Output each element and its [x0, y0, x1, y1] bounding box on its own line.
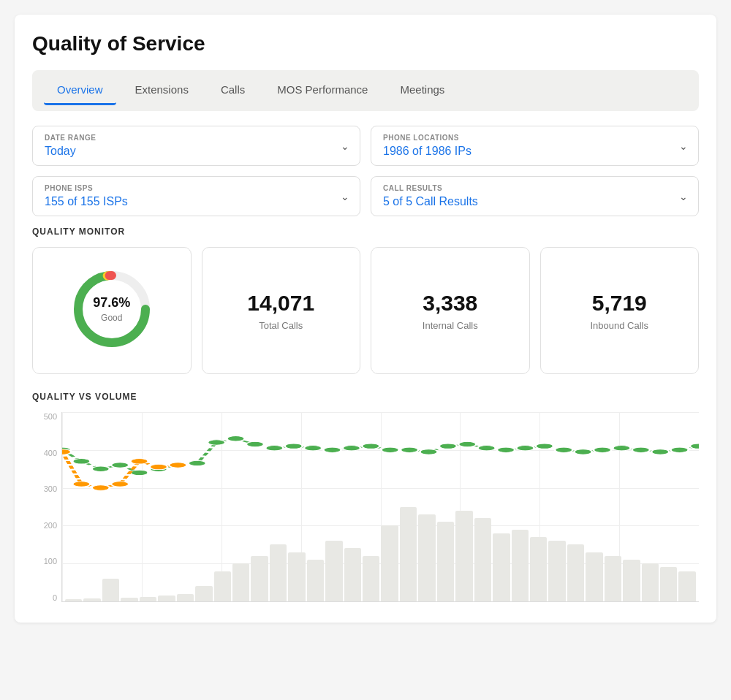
svg-point-13	[227, 436, 244, 441]
svg-point-47	[92, 485, 110, 490]
tab-meetings[interactable]: Meetings	[387, 76, 458, 105]
filters-row-2: PHONE ISPS 155 of 155 ISPs ⌄ CALL RESULT…	[32, 176, 699, 216]
svg-point-18	[323, 447, 341, 452]
donut-label: Good	[101, 313, 122, 323]
line-chart-svg	[62, 412, 699, 601]
call-results-value: 5 of 5 Call Results	[383, 195, 686, 208]
date-range-label: DATE RANGE	[45, 134, 348, 142]
phone-locations-label: PHONE LOCATIONS	[383, 134, 686, 142]
donut-card: 97.6% Good	[32, 247, 192, 374]
svg-point-15	[265, 446, 283, 451]
phone-isps-label: PHONE ISPS	[45, 184, 348, 192]
svg-point-25	[458, 441, 476, 446]
svg-point-11	[189, 460, 206, 465]
total-calls-label: Total Calls	[259, 320, 303, 331]
svg-point-22	[401, 447, 418, 452]
date-range-value: Today	[45, 145, 348, 158]
svg-point-46	[72, 482, 90, 487]
tab-calls[interactable]: Calls	[208, 76, 258, 105]
date-range-chevron-icon: ⌄	[341, 140, 349, 152]
phone-isps-chevron-icon: ⌄	[341, 191, 349, 202]
y-label-100: 100	[32, 557, 61, 566]
phone-locations-value: 1986 of 1986 IPs	[383, 145, 686, 158]
phone-isps-filter[interactable]: PHONE ISPS 155 of 155 ISPs ⌄	[32, 176, 360, 216]
y-label-0: 0	[32, 593, 61, 602]
chart-area	[61, 412, 699, 602]
svg-point-51	[169, 463, 186, 468]
monitor-cards: 97.6% Good 14,071 Total Calls 3,338 Inte…	[32, 247, 699, 374]
svg-point-29	[536, 444, 553, 449]
svg-point-14	[246, 441, 264, 446]
call-results-chevron-icon: ⌄	[679, 191, 688, 202]
tab-extensions[interactable]: Extensions	[122, 76, 202, 105]
tab-mos-performance[interactable]: MOS Performance	[264, 76, 381, 105]
y-label-300: 300	[32, 484, 61, 493]
svg-point-49	[130, 459, 148, 464]
svg-point-27	[497, 447, 515, 452]
donut-center: 97.6% Good	[93, 295, 130, 324]
svg-point-50	[150, 464, 167, 469]
svg-point-35	[651, 449, 669, 454]
y-label-200: 200	[32, 521, 61, 530]
y-label-400: 400	[32, 449, 61, 457]
inbound-calls-card: 5,719 Inbound Calls	[540, 247, 700, 374]
svg-point-7	[111, 463, 129, 468]
date-range-filter[interactable]: DATE RANGE Today ⌄	[32, 126, 360, 166]
quality-monitor-title: QUALITY MONITOR	[32, 227, 699, 237]
inbound-calls-label: Inbound Calls	[591, 320, 649, 331]
y-label-500: 500	[32, 412, 61, 421]
svg-point-8	[130, 470, 148, 475]
call-results-filter[interactable]: CALL RESULTS 5 of 5 Call Results ⌄	[371, 176, 699, 216]
svg-point-34	[632, 447, 650, 452]
svg-point-21	[382, 447, 399, 452]
svg-point-26	[477, 446, 495, 451]
phone-isps-value: 155 of 155 ISPs	[45, 195, 348, 208]
svg-point-19	[343, 446, 360, 451]
svg-point-28	[516, 446, 534, 451]
total-calls-value: 14,071	[247, 291, 314, 316]
internal-calls-label: Internal Calls	[423, 320, 478, 331]
tab-overview[interactable]: Overview	[44, 76, 116, 105]
svg-point-45	[62, 449, 71, 454]
phone-locations-chevron-icon: ⌄	[679, 140, 688, 152]
svg-point-16	[285, 444, 303, 449]
svg-point-24	[439, 444, 457, 449]
svg-point-48	[111, 482, 129, 487]
svg-point-37	[690, 444, 699, 449]
page-title: Quality of Service	[32, 32, 699, 56]
donut-chart: 97.6% Good	[68, 265, 156, 353]
phone-locations-filter[interactable]: PHONE LOCATIONS 1986 of 1986 IPs ⌄	[371, 126, 699, 166]
inbound-calls-value: 5,719	[592, 291, 647, 316]
svg-point-36	[670, 447, 688, 452]
internal-calls-value: 3,338	[423, 291, 477, 316]
total-calls-card: 14,071 Total Calls	[202, 247, 361, 374]
svg-point-17	[304, 446, 322, 451]
svg-point-33	[613, 446, 630, 451]
svg-point-23	[420, 449, 437, 454]
internal-calls-card: 3,338 Internal Calls	[371, 247, 530, 374]
filters-row-1: DATE RANGE Today ⌄ PHONE LOCATIONS 1986 …	[32, 126, 699, 166]
quality-vs-volume-section: QUALITY VS VOLUME 500 400 300 200 100 0	[32, 392, 699, 602]
svg-point-31	[574, 449, 591, 454]
svg-point-32	[594, 447, 611, 452]
svg-point-20	[362, 444, 379, 449]
svg-point-6	[92, 466, 110, 471]
svg-point-30	[555, 447, 572, 452]
quality-vs-volume-title: QUALITY VS VOLUME	[32, 392, 699, 402]
svg-point-12	[208, 440, 225, 445]
svg-point-5	[72, 459, 90, 464]
call-results-label: CALL RESULTS	[383, 184, 686, 192]
donut-percent: 97.6%	[93, 295, 130, 311]
tabs-bar: Overview Extensions Calls MOS Performanc…	[32, 70, 699, 111]
